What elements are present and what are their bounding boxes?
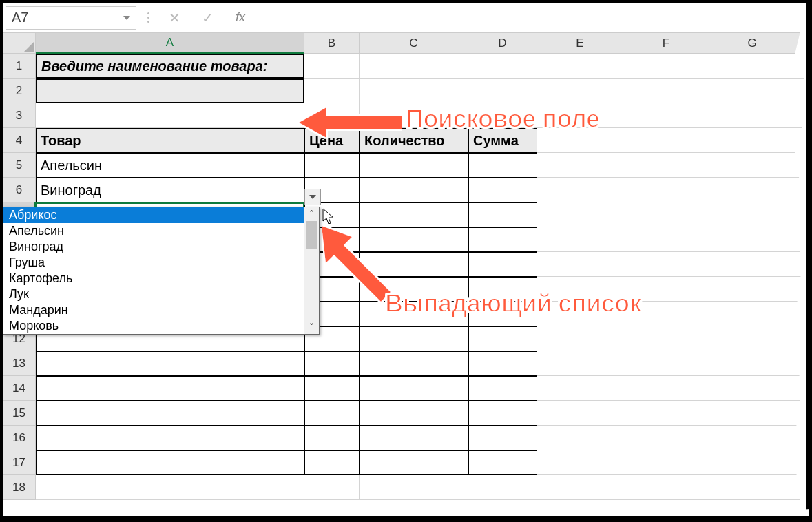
cell-A1[interactable]: Введите наименование товара:: [36, 54, 304, 79]
row-header-14[interactable]: 14: [3, 376, 36, 401]
cell-G8[interactable]: [709, 227, 795, 252]
confirm-button[interactable]: ✓: [194, 6, 221, 30]
cell-F5[interactable]: [623, 153, 709, 178]
cell-D6[interactable]: [468, 178, 537, 202]
cell-C5[interactable]: [360, 153, 468, 178]
cancel-button[interactable]: ✕: [160, 6, 188, 30]
cell-D7[interactable]: [468, 202, 537, 227]
cell-E15[interactable]: [537, 401, 623, 426]
cell-F12[interactable]: [623, 326, 709, 351]
formula-input[interactable]: [260, 6, 806, 30]
dropdown-item[interactable]: Апельсин: [3, 223, 304, 239]
cell-A18[interactable]: [36, 475, 304, 500]
cell-B13[interactable]: [304, 351, 360, 376]
row-header-16[interactable]: 16: [3, 426, 36, 450]
dropdown-button[interactable]: [304, 189, 321, 205]
cell-E16[interactable]: [537, 426, 623, 450]
cell-D1[interactable]: [468, 54, 537, 79]
cell-G6[interactable]: [709, 178, 795, 202]
row-header-5[interactable]: 5: [3, 153, 36, 178]
cell-E9[interactable]: [537, 252, 623, 277]
name-box[interactable]: A7: [6, 6, 136, 30]
cell-D12[interactable]: [468, 326, 537, 351]
cell-F4[interactable]: [623, 128, 709, 153]
cell-C17[interactable]: [360, 450, 468, 475]
cell-C16[interactable]: [360, 426, 468, 450]
dropdown-scrollbar[interactable]: ˄ ˅: [304, 207, 319, 334]
cell-F14[interactable]: [623, 376, 709, 401]
dropdown-item[interactable]: Картофель: [3, 271, 304, 286]
cell-B16[interactable]: [304, 426, 360, 450]
cell-C1[interactable]: [360, 54, 468, 79]
cell-A17[interactable]: [36, 450, 304, 475]
column-header-A[interactable]: A: [36, 33, 304, 54]
cell-C13[interactable]: [360, 351, 468, 376]
row-header-13[interactable]: 13: [3, 351, 36, 376]
row-header-17[interactable]: 17: [3, 450, 36, 475]
cell-G3[interactable]: [709, 103, 795, 128]
cell-E5[interactable]: [537, 153, 623, 178]
cell-E18[interactable]: [537, 475, 623, 500]
cell-D2[interactable]: [468, 79, 537, 103]
cell-C14[interactable]: [360, 376, 468, 401]
cell-D13[interactable]: [468, 351, 537, 376]
cell-D14[interactable]: [468, 376, 537, 401]
row-header-18[interactable]: 18: [3, 475, 36, 500]
cell-C2[interactable]: [360, 79, 468, 103]
cell-G2[interactable]: [709, 79, 795, 103]
cell-A6[interactable]: Виноград: [36, 178, 304, 202]
cell-E12[interactable]: [537, 326, 623, 351]
cell-E1[interactable]: [537, 54, 623, 79]
cell-F16[interactable]: [623, 426, 709, 450]
cell-F13[interactable]: [623, 351, 709, 376]
cell-D5[interactable]: [468, 153, 537, 178]
dropdown-item[interactable]: Груша: [3, 255, 304, 271]
cell-A4[interactable]: Товар: [36, 128, 304, 153]
cell-A16[interactable]: [36, 426, 304, 450]
cell-F18[interactable]: [623, 475, 709, 500]
scroll-up-icon[interactable]: ˄: [309, 207, 314, 221]
scroll-down-icon[interactable]: ˅: [309, 320, 314, 334]
cell-G4[interactable]: [709, 128, 795, 153]
dropdown-item[interactable]: Виноград: [3, 239, 304, 255]
cell-A3[interactable]: [36, 103, 304, 128]
cell-E8[interactable]: [537, 227, 623, 252]
scroll-track[interactable]: [304, 221, 319, 320]
cell-D8[interactable]: [468, 227, 537, 252]
cell-G9[interactable]: [709, 252, 795, 277]
cell-E6[interactable]: [537, 178, 623, 202]
cell-A5[interactable]: Апельсин: [36, 153, 304, 178]
row-header-3[interactable]: 3: [3, 103, 36, 128]
cell-D16[interactable]: [468, 426, 537, 450]
cell-G1[interactable]: [709, 54, 795, 79]
cell-B14[interactable]: [304, 376, 360, 401]
column-header-C[interactable]: C: [360, 33, 468, 54]
cell-A15[interactable]: [36, 401, 304, 426]
cell-G5[interactable]: [709, 153, 795, 178]
cell-A13[interactable]: [36, 351, 304, 376]
cell-F6[interactable]: [623, 178, 709, 202]
cell-B5[interactable]: [304, 153, 360, 178]
cell-F15[interactable]: [623, 401, 709, 426]
cell-G15[interactable]: [709, 401, 795, 426]
cell-G7[interactable]: [709, 202, 795, 227]
chevron-down-icon[interactable]: [123, 16, 130, 20]
cell-D17[interactable]: [468, 450, 537, 475]
row-header-1[interactable]: 1: [3, 54, 36, 79]
cell-C18[interactable]: [360, 475, 468, 500]
cell-F9[interactable]: [623, 252, 709, 277]
cell-C15[interactable]: [360, 401, 468, 426]
cell-B17[interactable]: [304, 450, 360, 475]
cell-G16[interactable]: [709, 426, 795, 450]
cell-G14[interactable]: [709, 376, 795, 401]
fx-button[interactable]: fx: [227, 6, 254, 30]
cell-B18[interactable]: [304, 475, 360, 500]
dropdown-item[interactable]: Абрикос: [3, 207, 304, 223]
dropdown-item[interactable]: Мандарин: [3, 302, 304, 318]
row-header-15[interactable]: 15: [3, 401, 36, 426]
row-header-6[interactable]: 6: [3, 178, 36, 202]
column-header-F[interactable]: F: [623, 33, 709, 54]
cell-E2[interactable]: [537, 79, 623, 103]
cell-C7[interactable]: [360, 202, 468, 227]
cell-E7[interactable]: [537, 202, 623, 227]
